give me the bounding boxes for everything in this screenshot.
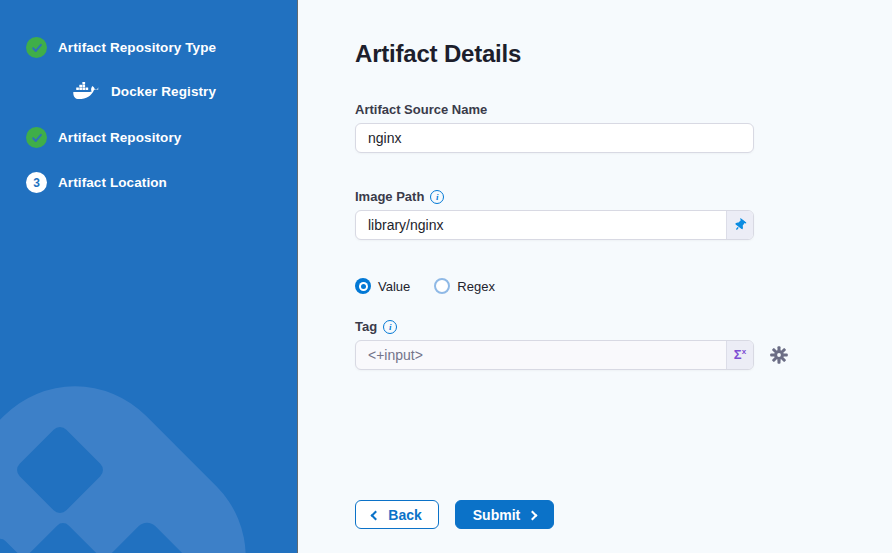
step-artifact-repository[interactable]: Artifact Repository — [26, 127, 279, 148]
tag-row: Σx — [355, 334, 892, 370]
substep-label: Docker Registry — [111, 84, 216, 99]
chevron-right-icon — [528, 510, 538, 520]
image-path-input[interactable] — [356, 211, 726, 239]
tag-type-radio-group: Value Regex — [355, 278, 892, 294]
tag-group: Σx — [355, 340, 754, 370]
radio-option-regex[interactable]: Regex — [434, 278, 495, 294]
docker-whale-icon — [73, 82, 99, 101]
wizard-steps: Artifact Repository Type — [0, 0, 297, 193]
wizard-actions: Back Submit — [355, 500, 892, 529]
step-artifact-repository-type[interactable]: Artifact Repository Type — [26, 37, 279, 58]
radio-label: Regex — [457, 279, 495, 294]
chevron-left-icon — [371, 510, 381, 520]
pin-button[interactable] — [726, 211, 753, 239]
tag-input — [356, 341, 726, 369]
step-label: Artifact Location — [58, 175, 167, 190]
sigma-icon: Σx — [734, 348, 746, 361]
wizard-sidebar: Artifact Repository Type — [0, 0, 298, 553]
substep-docker-registry[interactable]: Docker Registry — [73, 82, 279, 101]
back-button[interactable]: Back — [355, 500, 439, 529]
thumbtack-icon — [732, 217, 749, 234]
radio-option-value[interactable]: Value — [355, 278, 410, 294]
step-complete-check-icon — [26, 37, 47, 58]
step-number-badge: 3 — [26, 172, 47, 193]
info-icon[interactable]: i — [383, 320, 397, 334]
artifact-source-name-input[interactable] — [355, 123, 754, 153]
artifact-details-panel: Artifact Details Artifact Source Name Im… — [298, 0, 892, 553]
step-artifact-location[interactable]: 3 Artifact Location — [26, 172, 279, 193]
page-title: Artifact Details — [355, 40, 892, 68]
tag-label: Tag i — [355, 319, 892, 334]
source-name-label: Artifact Source Name — [355, 102, 892, 117]
image-path-label: Image Path i — [355, 189, 892, 204]
expression-type-button[interactable]: Σx — [726, 341, 753, 369]
step-complete-check-icon — [26, 127, 47, 148]
radio-selected-icon — [355, 278, 371, 294]
radio-unselected-icon — [434, 278, 450, 294]
submit-button[interactable]: Submit — [455, 500, 554, 529]
settings-gear-button[interactable] — [770, 346, 788, 364]
gear-icon — [770, 346, 788, 364]
radio-label: Value — [378, 279, 410, 294]
step-label: Artifact Repository Type — [58, 40, 216, 55]
image-path-group — [355, 210, 754, 240]
step-label: Artifact Repository — [58, 130, 181, 145]
info-icon[interactable]: i — [430, 190, 444, 204]
